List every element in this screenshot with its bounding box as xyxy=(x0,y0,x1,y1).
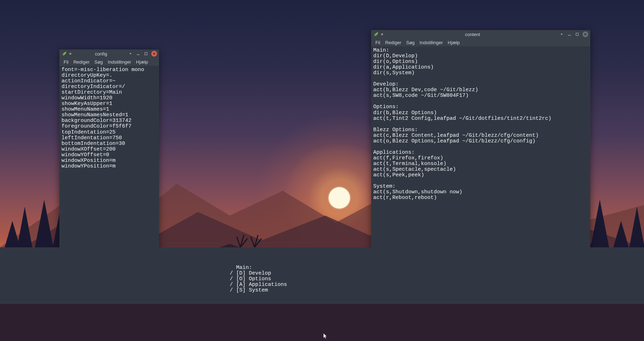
editor-window-config[interactable]: config Fil Rediger Søg Indstillinger Hjæ… xyxy=(59,49,159,262)
maximize-button[interactable] xyxy=(575,32,580,37)
modified-indicator-icon xyxy=(381,33,383,35)
keep-above-button[interactable] xyxy=(128,51,133,56)
menubar: Fil Rediger Søg Indstillinger Hjælp xyxy=(59,58,159,66)
titlebar[interactable]: config xyxy=(59,49,159,58)
svg-rect-10 xyxy=(137,54,140,55)
titlebar[interactable]: content xyxy=(371,30,590,39)
menu-hjaelp[interactable]: Hjælp xyxy=(446,39,462,46)
editor-window-content[interactable]: content Fil Rediger Søg Indstillinger Hj… xyxy=(371,30,590,259)
menu-sog[interactable]: Søg xyxy=(92,59,105,65)
editor-content[interactable]: Main: dir(D,Develop) dir(o,Options) dir(… xyxy=(371,46,590,259)
close-button[interactable] xyxy=(582,31,588,37)
blezz-launcher[interactable]: Main: / [D] Develop / [O] Options / [A] … xyxy=(0,247,644,304)
menu-rediger[interactable]: Rediger xyxy=(71,59,92,65)
leafpad-icon xyxy=(62,51,67,57)
maximize-button[interactable] xyxy=(144,51,148,56)
cursor-icon xyxy=(323,333,329,341)
modified-indicator-icon xyxy=(69,53,71,55)
menu-indstillinger[interactable]: Indstillinger xyxy=(106,59,133,65)
menu-indstillinger[interactable]: Indstillinger xyxy=(417,39,445,46)
minimize-button[interactable] xyxy=(136,51,141,56)
menubar: Fil Rediger Søg Indstillinger Hjælp xyxy=(371,39,590,46)
svg-rect-12 xyxy=(568,35,571,36)
svg-rect-13 xyxy=(576,33,579,36)
leafpad-icon xyxy=(373,31,379,37)
editor-content[interactable]: font=-misc-liberation mono directoryUpKe… xyxy=(59,66,159,262)
menu-hjaelp[interactable]: Hjælp xyxy=(134,59,150,65)
launcher-content: Main: / [D] Develop / [O] Options / [A] … xyxy=(230,265,287,293)
menu-sog[interactable]: Søg xyxy=(404,39,417,46)
svg-rect-11 xyxy=(145,53,147,55)
window-title: content xyxy=(386,32,559,37)
menu-rediger[interactable]: Rediger xyxy=(383,39,404,46)
menu-fil[interactable]: Fil xyxy=(62,59,71,65)
close-button[interactable] xyxy=(151,51,157,57)
menu-fil[interactable]: Fil xyxy=(373,39,382,46)
window-title: config xyxy=(74,51,128,57)
keep-above-button[interactable] xyxy=(559,32,564,37)
minimize-button[interactable] xyxy=(567,32,572,37)
